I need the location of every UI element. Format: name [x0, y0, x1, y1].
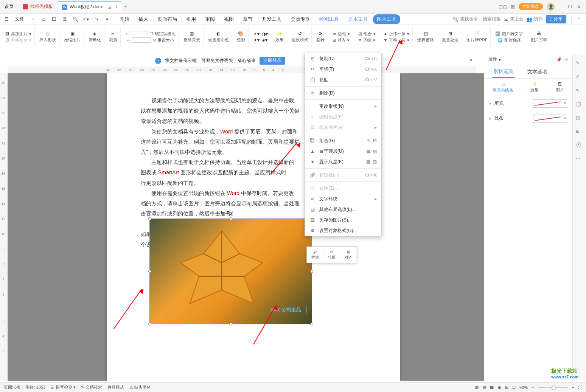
print-icon[interactable]: 🖶 — [61, 15, 69, 23]
tab-start[interactable]: 开始 — [116, 14, 133, 24]
command-search[interactable]: 🔍 查找命令、搜索模板 — [453, 16, 501, 22]
prop-close-icon[interactable]: ✕ — [565, 57, 569, 62]
tab-reference[interactable]: 引用 — [182, 14, 200, 24]
cm-delete[interactable]: ✕删除(D) — [305, 88, 381, 98]
open-icon[interactable]: 🗁 — [39, 15, 48, 23]
rb-selection-pane[interactable]: ▤选择窗格 — [414, 26, 437, 47]
login-pill[interactable]: 立即登录 — [519, 3, 543, 10]
align-button[interactable]: ⊞ 对齐 ▾ — [333, 37, 350, 43]
notify-close-icon[interactable]: ✕ — [469, 57, 473, 63]
cm-save-as-pic[interactable]: 🖼另存为图片(S)... — [305, 215, 381, 225]
resize-handle[interactable] — [229, 217, 232, 220]
cm-format-obj[interactable]: ⚙设置对象格式(O)... — [305, 225, 381, 236]
cm-cut[interactable]: ✂剪切(T)Ctrl+X — [305, 64, 381, 74]
view-page-icon[interactable]: ▥ — [475, 385, 479, 390]
view-outline-icon[interactable]: ▦ — [490, 385, 494, 390]
rb-remove-bg[interactable]: ▨抠除背景 — [180, 26, 204, 47]
rb-print-pic[interactable]: 🖶图片打印 — [528, 26, 550, 47]
rb-sharpen[interactable]: ◈清晰化 — [85, 26, 104, 47]
tab-text-tools[interactable]: 文本工具 — [344, 14, 371, 24]
resize-handle[interactable] — [229, 322, 232, 325]
new-tab-button[interactable]: ＋ — [123, 3, 128, 10]
tab-picture-tools[interactable]: 图片工具 — [373, 14, 400, 24]
missing-font[interactable]: ⚠ 缺失字体 — [129, 384, 151, 390]
tab-layout[interactable]: 页面布局 — [154, 14, 181, 24]
tab-chapter[interactable]: 章节 — [239, 14, 256, 24]
line-swatch[interactable]: ▾ — [533, 115, 567, 123]
tab-member[interactable]: 会员专享 — [287, 14, 314, 24]
mini-style-button[interactable]: 🖌样式 — [307, 247, 323, 263]
wrap-button[interactable]: ≋ 环绕 ▾ — [358, 37, 375, 43]
rb-pic-pdf[interactable]: 📄图片转PDF — [463, 26, 491, 47]
rb-color[interactable]: 🎨色彩 — [234, 26, 249, 47]
replace-image-button[interactable]: 🖼 替换图片 ▾ — [5, 37, 31, 43]
minimize-icon[interactable]: — — [559, 4, 564, 9]
cm-copy[interactable]: ⎘复制(C)Ctrl+C — [305, 53, 381, 64]
collapse-ribbon-icon[interactable]: ⋮ — [569, 17, 574, 22]
pin-icon[interactable]: 📌 — [556, 57, 562, 62]
redo-icon[interactable]: ↷ — [92, 15, 101, 23]
save-icon[interactable]: 🖫 — [50, 15, 58, 23]
zoom-value[interactable]: 90% — [519, 385, 528, 390]
dropdown-icon[interactable]: ▾ — [103, 15, 111, 23]
view-web-icon[interactable]: ▤ — [482, 385, 486, 390]
coop-button[interactable]: 👥 协作 — [527, 16, 543, 22]
spell-check[interactable]: ☑ 拼写检查 ▾ — [51, 384, 76, 390]
view-side-icon[interactable]: ⊞ — [505, 385, 508, 390]
fit-icon[interactable]: ⊡ — [512, 385, 516, 390]
file-menu[interactable]: 文件 — [13, 16, 26, 22]
rb-rotate[interactable]: ⟳旋转 — [313, 26, 328, 47]
grid-icon[interactable]: ▦ — [511, 4, 515, 9]
rt-clipboard-icon[interactable]: 📋 — [576, 101, 583, 109]
pic-translate-button[interactable]: 🌐 图片翻译 — [497, 37, 521, 43]
resize-handle[interactable] — [148, 322, 151, 325]
prop-subtab-effects[interactable]: ✨效果 — [530, 82, 539, 93]
resize-handle[interactable] — [148, 270, 151, 273]
tab-template[interactable]: 找稻壳模板 — [18, 2, 58, 12]
rt-more-icon[interactable]: ⋯ — [576, 156, 583, 163]
cm-change-shape[interactable]: 更改形状(N)▸ — [305, 101, 381, 112]
window-close-icon[interactable]: ✕ — [577, 4, 582, 9]
rb-batch[interactable]: ⊞批量处理 — [439, 26, 462, 47]
tab-close-icon[interactable]: • — [116, 5, 117, 10]
fullscreen-icon[interactable]: ⛶ — [578, 385, 582, 390]
view-read-icon[interactable]: ▣ — [497, 385, 501, 390]
tab-draw-tools[interactable]: 绘图工具 — [316, 14, 343, 24]
rt-layers-icon[interactable]: ▤ — [576, 115, 583, 122]
rb-insert-shape[interactable]: ◇插入形状 — [36, 26, 59, 47]
group-button[interactable]: ⿻ 组合 ▾ — [358, 31, 376, 37]
rb-effects[interactable]: ✨效果 — [272, 26, 287, 47]
cm-group[interactable]: ⿻组合(G)↖⊞ — [305, 135, 381, 146]
user-avatar-icon[interactable]: 👤 — [547, 3, 555, 11]
resize-handle[interactable] — [310, 322, 313, 325]
resize-handle[interactable] — [148, 217, 151, 220]
layout-icon[interactable]: ▢▢ — [499, 4, 507, 9]
zoom-out-icon[interactable]: − — [532, 385, 534, 390]
add-image-button[interactable]: 🖼 添加图片 ▾ — [5, 31, 31, 37]
fill-swatch[interactable]: ▾ — [533, 99, 567, 108]
word-count[interactable]: 字数: 1353 — [25, 384, 45, 390]
prop-fill-row[interactable]: ▸填充▾ — [484, 96, 572, 111]
width-input[interactable] — [132, 37, 151, 43]
exposure-icon[interactable]: ✦▾ — [253, 37, 260, 43]
rotate-handle[interactable]: ⟳ — [228, 211, 233, 215]
height-input[interactable] — [129, 31, 148, 36]
selected-image[interactable]: XXX 公司出品 ⟳ — [149, 218, 312, 324]
tab-pin-icon[interactable]: ⊟ — [107, 5, 111, 10]
share-button[interactable]: ⤴ 分享 — [546, 15, 566, 23]
new-icon[interactable]: ▫ — [29, 15, 37, 23]
tab-view[interactable]: 视图 — [220, 14, 238, 24]
tab-dev[interactable]: 开发工具 — [258, 14, 285, 24]
maximize-icon[interactable]: ☐ — [568, 4, 573, 9]
zoom-in-icon[interactable]: + — [572, 385, 574, 390]
page-indicator[interactable]: 页面: 6/8 — [4, 384, 20, 390]
zoom-slider[interactable] — [538, 387, 568, 388]
brightness-icon[interactable]: ☀▾ — [253, 31, 260, 37]
rb-transparent[interactable]: ◐设置透明色 — [205, 26, 232, 47]
mini-outline-button[interactable]: ▭轮廓 — [323, 247, 340, 263]
tint-icon[interactable]: ◈▾ — [262, 37, 267, 43]
cm-paste[interactable]: 📋粘贴Ctrl+V — [305, 74, 381, 85]
tab-active-doc[interactable]: W Word教程2.docx ⊟ • — [58, 2, 122, 12]
prop-subtab-picture[interactable]: 🖼图片 — [556, 82, 564, 93]
mini-align-button[interactable]: ⊞对齐 — [340, 247, 357, 263]
